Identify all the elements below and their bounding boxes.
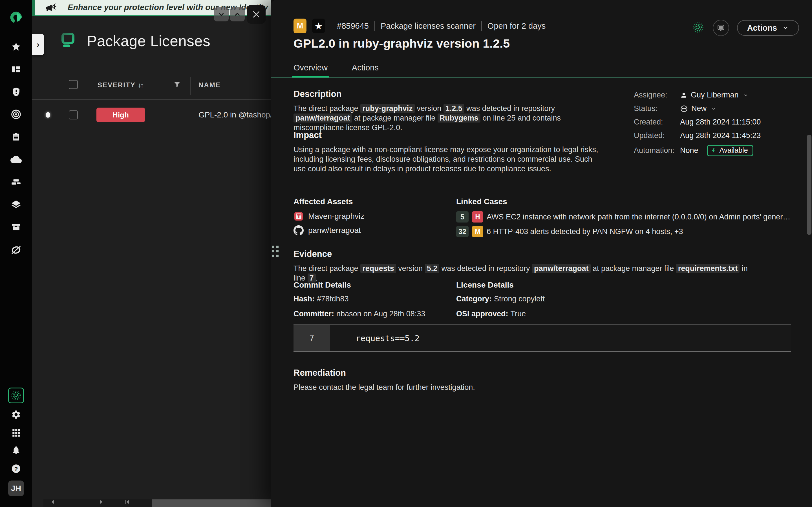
- filter-funnel-icon[interactable]: [173, 80, 181, 90]
- linked-case-title: 6 HTTP-403 alerts detected by PAN NGFW o…: [487, 227, 683, 236]
- page-title: Package Licenses: [87, 33, 210, 50]
- cloud-icon[interactable]: [8, 152, 24, 167]
- assignee-label: Assignee:: [634, 91, 677, 100]
- automation-label: Automation:: [634, 146, 677, 155]
- impact-text: Using a package with a non-compliant lic…: [294, 145, 605, 173]
- affected-assets-section: Affected Assets Maven-graphviz panw/terr…: [294, 197, 446, 239]
- actions-button[interactable]: Actions: [737, 20, 799, 36]
- notifications-bell-icon[interactable]: [8, 442, 24, 458]
- description-text: The direct package ruby-graphviz version…: [294, 104, 597, 132]
- settings-gear-icon[interactable]: [8, 407, 24, 422]
- scroll-right-icon[interactable]: [98, 499, 104, 506]
- case-age: Open for 2 days: [488, 21, 546, 31]
- sort-arrows-icon[interactable]: ↓↑: [138, 81, 143, 89]
- user-avatar[interactable]: JH: [8, 481, 24, 496]
- case-title: GPL2.0 in ruby-graphviz version 1.2.5: [294, 37, 510, 50]
- reports-clipboard-icon[interactable]: [8, 129, 24, 145]
- vertical-scrollbar-thumb[interactable]: [807, 135, 811, 235]
- star-toggle-icon[interactable]: ★: [312, 18, 325, 33]
- impact-section: Impact Using a package with a non-compli…: [294, 130, 605, 173]
- help-icon[interactable]: ?: [8, 461, 24, 476]
- evidence-code-block: 7 requests==5.2: [294, 325, 791, 352]
- panel-resize-handle[interactable]: [272, 245, 278, 257]
- column-header-name[interactable]: NAME: [199, 81, 221, 89]
- evidence-section: Evidence The direct package requests ver…: [294, 249, 756, 283]
- banner-previous-button[interactable]: [230, 7, 245, 21]
- compass-gauge-icon[interactable]: [8, 242, 24, 258]
- chevron-right-icon: ›: [37, 40, 40, 49]
- apps-grid-icon[interactable]: [8, 425, 24, 441]
- linked-cases-section: Linked Cases 5 H AWS EC2 instance with n…: [456, 197, 795, 240]
- commit-details-heading: Commit Details: [294, 281, 446, 290]
- chevron-down-icon: [743, 93, 748, 98]
- license-details-heading: License Details: [456, 281, 608, 290]
- banner-close-button[interactable]: [247, 5, 266, 24]
- evidence-text: The direct package requests version 5.2 …: [294, 264, 756, 283]
- avatar-initials: JH: [11, 484, 21, 493]
- column-divider: [91, 77, 91, 95]
- automation-value: None Available: [680, 145, 800, 156]
- incidents-shield-icon[interactable]: [8, 84, 24, 100]
- remediation-text: Please contact the legal team for furthe…: [294, 383, 547, 392]
- svg-text:?: ?: [14, 466, 18, 472]
- horizontal-scrollbar[interactable]: [43, 499, 271, 507]
- case-count-badge: 5: [456, 211, 469, 223]
- table-row[interactable]: High GPL-2.0 in @tashop/: [32, 100, 271, 130]
- assignee-value[interactable]: Guy Liberman: [680, 91, 800, 100]
- chevron-down-icon: [782, 24, 789, 31]
- column-header-severity[interactable]: SEVERITY ↓↑: [98, 81, 143, 89]
- layers-icon[interactable]: [8, 196, 24, 212]
- banner-next-button[interactable]: [214, 7, 229, 21]
- scroll-start-icon[interactable]: [124, 499, 131, 506]
- tab-actions[interactable]: Actions: [352, 63, 378, 77]
- divider: [481, 21, 482, 31]
- inventory-box-icon[interactable]: [8, 219, 24, 235]
- lightning-icon: [711, 147, 717, 154]
- artifact-registry-icon: [294, 211, 304, 221]
- linked-case-title: AWS EC2 instance with network path from …: [487, 213, 791, 221]
- app-sidebar: ? JH: [0, 0, 32, 507]
- case-metadata: Assignee: Guy Liberman Status: New Creat…: [634, 91, 800, 156]
- package-licenses-icon: [59, 32, 77, 50]
- scroll-left-icon[interactable]: [50, 499, 56, 506]
- commit-details-section: Commit Details Hash:#78fdh83 Committer:n…: [294, 281, 446, 325]
- row-checkbox[interactable]: [69, 110, 78, 119]
- divider: [331, 21, 331, 31]
- asset-item[interactable]: Maven-graphviz: [294, 211, 446, 221]
- status-new-icon: [680, 105, 688, 113]
- commit-committer: Committer:nbason on Aug 28th 08:33: [294, 309, 446, 318]
- case-meta-row: M ★ #859645 Package licenses scanner Ope…: [294, 18, 546, 33]
- linked-case-item[interactable]: 32 M 6 HTTP-403 alerts detected by PAN N…: [456, 226, 795, 237]
- metadata-divider: [620, 91, 620, 179]
- row-name: GPL-2.0 in @tashop/: [199, 110, 271, 119]
- severity-medium-badge: M: [294, 18, 306, 33]
- case-id: #859645: [337, 21, 369, 31]
- megaphone-icon: [45, 2, 57, 15]
- asset-item[interactable]: panw/terragoat: [294, 225, 446, 235]
- dashboards-icon[interactable]: [8, 61, 24, 77]
- ai-insights-icon[interactable]: [691, 20, 705, 35]
- severity-badge: High: [96, 108, 145, 122]
- updated-label: Updated:: [634, 131, 677, 140]
- ai-copilot-icon[interactable]: [8, 388, 24, 403]
- panel-header-actions: Actions: [691, 20, 799, 36]
- status-value[interactable]: New: [680, 104, 800, 113]
- select-all-checkbox[interactable]: [69, 80, 78, 89]
- horizontal-scrollbar-thumb[interactable]: [152, 499, 271, 507]
- favorites-star-icon[interactable]: [8, 39, 24, 55]
- description-heading: Description: [294, 89, 597, 99]
- created-value: Aug 28th 2024 11:15:00: [680, 118, 800, 126]
- panel-expander-button[interactable]: ›: [32, 34, 44, 55]
- case-count-badge: 32: [456, 226, 469, 237]
- automation-available-badge[interactable]: Available: [707, 145, 753, 156]
- assets-blocks-icon[interactable]: [8, 174, 24, 190]
- threat-intel-target-icon[interactable]: [8, 107, 24, 122]
- user-icon: [680, 92, 688, 99]
- linked-case-item[interactable]: 5 H AWS EC2 instance with network path f…: [456, 211, 795, 223]
- column-divider: [190, 77, 191, 95]
- selected-row-indicator: [46, 112, 50, 118]
- license-osi: OSI approved:True: [456, 309, 608, 318]
- comments-icon[interactable]: [713, 20, 729, 36]
- tab-overview[interactable]: Overview: [294, 63, 327, 77]
- remediation-heading: Remediation: [294, 368, 547, 378]
